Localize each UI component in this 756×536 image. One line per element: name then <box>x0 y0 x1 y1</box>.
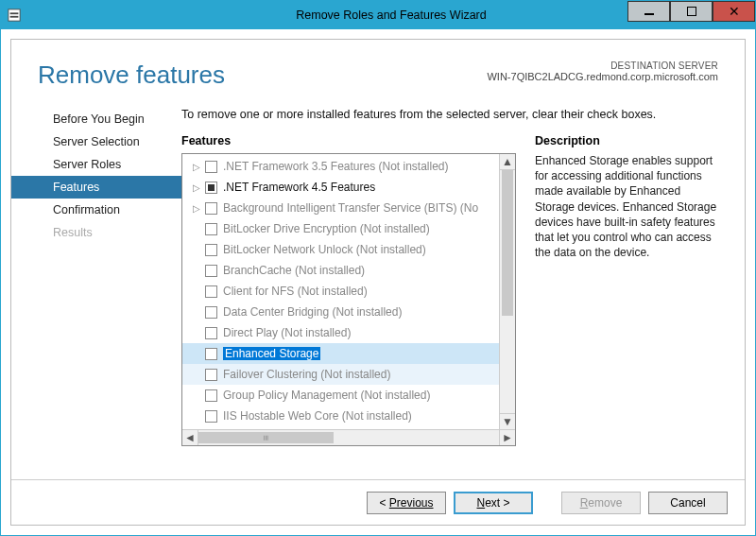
feature-checkbox[interactable] <box>205 389 217 402</box>
nav-step-5: Results <box>11 221 181 244</box>
feature-row[interactable]: IIS Hostable Web Core (Not installed) <box>182 406 499 426</box>
wizard-footer: < Previous Next > Remove Cancel <box>11 479 745 525</box>
feature-checkbox[interactable] <box>205 244 217 256</box>
svg-rect-4 <box>687 7 696 16</box>
feature-row[interactable]: Client for NFS (Not installed) <box>182 281 499 302</box>
feature-row[interactable]: Group Policy Management (Not installed) <box>182 385 499 406</box>
feature-checkbox[interactable] <box>205 182 217 194</box>
feature-label: Direct Play (Not installed) <box>223 326 351 339</box>
features-column: Features ▷.NET Framework 3.5 Features (N… <box>181 134 516 479</box>
feature-label: Client for NFS (Not installed) <box>223 285 368 298</box>
destination-block: DESTINATION SERVER WIN-7QIBC2LADCG.redmo… <box>487 61 718 82</box>
feature-label: Data Center Bridging (Not installed) <box>223 305 402 319</box>
feature-checkbox[interactable] <box>205 202 217 215</box>
nav-step-2[interactable]: Server Roles <box>11 153 181 176</box>
cancel-button[interactable]: Cancel <box>648 492 728 514</box>
feature-checkbox[interactable] <box>205 369 217 381</box>
window-controls: ✕ <box>627 1 755 29</box>
expander-icon[interactable]: ▷ <box>188 203 205 214</box>
description-column: Description Enhanced Storage enables sup… <box>535 134 722 479</box>
maximize-button[interactable] <box>670 1 713 22</box>
feature-label: BranchCache (Not installed) <box>223 264 365 277</box>
feature-checkbox[interactable] <box>205 348 217 360</box>
main-content: To remove one or more installed features… <box>181 96 745 479</box>
nav-step-4[interactable]: Confirmation <box>11 199 181 221</box>
feature-checkbox[interactable] <box>205 285 217 298</box>
feature-label: IIS Hostable Web Core (Not installed) <box>223 409 412 423</box>
scroll-down-icon[interactable]: ▼ <box>500 413 515 429</box>
feature-row[interactable]: BitLocker Drive Encryption (Not installe… <box>182 218 499 239</box>
intro-text: To remove one or more installed features… <box>181 108 722 121</box>
feature-checkbox[interactable] <box>205 265 217 277</box>
destination-label: DESTINATION SERVER <box>487 61 718 71</box>
description-body: Enhanced Storage enables support for acc… <box>535 153 722 260</box>
remove-button: Remove <box>561 492 641 514</box>
feature-checkbox[interactable] <box>205 223 217 235</box>
description-heading: Description <box>535 134 722 147</box>
features-list[interactable]: ▷.NET Framework 3.5 Features (Not instal… <box>182 154 499 429</box>
scroll-left-icon[interactable]: ◄ <box>182 430 198 445</box>
features-tree: ▷.NET Framework 3.5 Features (Not instal… <box>181 153 516 446</box>
features-heading: Features <box>181 134 516 147</box>
feature-label: BitLocker Network Unlock (Not installed) <box>223 243 426 256</box>
feature-label: .NET Framework 3.5 Features (Not install… <box>223 160 449 173</box>
vertical-scrollbar[interactable]: ▲ ▼ <box>499 154 515 429</box>
feature-row[interactable]: ▷Background Intelligent Transfer Service… <box>182 198 499 218</box>
scroll-right-icon[interactable]: ► <box>499 430 515 445</box>
hscroll-thumb[interactable] <box>198 432 334 443</box>
feature-row[interactable]: ▷.NET Framework 4.5 Features <box>182 177 499 198</box>
feature-row[interactable]: Direct Play (Not installed) <box>182 322 499 343</box>
feature-label: BitLocker Drive Encryption (Not installe… <box>223 222 430 235</box>
feature-checkbox[interactable] <box>205 327 217 339</box>
nav-step-1[interactable]: Server Selection <box>11 130 181 153</box>
page-title: Remove features <box>38 61 487 90</box>
feature-row[interactable]: ▷.NET Framework 3.5 Features (Not instal… <box>182 156 499 177</box>
wizard-window: Remove Roles and Features Wizard ✕ Remov… <box>0 0 756 536</box>
scroll-thumb[interactable] <box>502 170 513 316</box>
nav-step-0[interactable]: Before You Begin <box>11 108 181 130</box>
feature-row[interactable]: Failover Clustering (Not installed) <box>182 364 499 385</box>
scroll-up-icon[interactable]: ▲ <box>500 154 515 170</box>
page-body: Before You BeginServer SelectionServer R… <box>11 96 745 479</box>
svg-rect-3 <box>644 13 654 15</box>
nav-step-3[interactable]: Features <box>11 176 181 199</box>
feature-checkbox[interactable] <box>205 306 217 319</box>
feature-row[interactable]: BranchCache (Not installed) <box>182 260 499 281</box>
wizard-frame: Remove features DESTINATION SERVER WIN-7… <box>10 39 746 526</box>
svg-rect-2 <box>10 16 19 18</box>
horizontal-scrollbar[interactable]: ◄ ► <box>182 429 515 445</box>
expander-icon[interactable]: ▷ <box>188 182 205 193</box>
scroll-track[interactable] <box>500 170 515 413</box>
hscroll-track[interactable] <box>198 430 499 445</box>
feature-label: Enhanced Storage <box>223 347 320 360</box>
expander-icon[interactable]: ▷ <box>188 162 205 172</box>
destination-server: WIN-7QIBC2LADCG.redmond.corp.microsoft.c… <box>487 71 718 82</box>
columns: Features ▷.NET Framework 3.5 Features (N… <box>181 134 722 479</box>
svg-rect-1 <box>10 12 19 14</box>
step-nav: Before You BeginServer SelectionServer R… <box>11 96 181 479</box>
app-icon <box>1 9 27 22</box>
feature-label: Group Policy Management (Not installed) <box>223 389 430 402</box>
next-button[interactable]: Next > <box>454 492 533 514</box>
feature-checkbox[interactable] <box>205 410 217 423</box>
feature-row[interactable]: Enhanced Storage <box>182 343 499 364</box>
minimize-button[interactable] <box>627 1 670 22</box>
feature-checkbox[interactable] <box>205 161 217 173</box>
feature-label: Background Intelligent Transfer Service … <box>223 201 478 215</box>
feature-row[interactable]: BitLocker Network Unlock (Not installed) <box>182 239 499 260</box>
feature-label: .NET Framework 4.5 Features <box>223 181 375 194</box>
previous-button[interactable]: < Previous <box>367 492 446 514</box>
svg-rect-0 <box>9 9 20 21</box>
page-header: Remove features DESTINATION SERVER WIN-7… <box>11 40 745 96</box>
feature-label: Failover Clustering (Not installed) <box>223 368 390 381</box>
feature-row[interactable]: Data Center Bridging (Not installed) <box>182 302 499 322</box>
close-button[interactable]: ✕ <box>713 1 755 22</box>
titlebar[interactable]: Remove Roles and Features Wizard ✕ <box>1 1 755 29</box>
